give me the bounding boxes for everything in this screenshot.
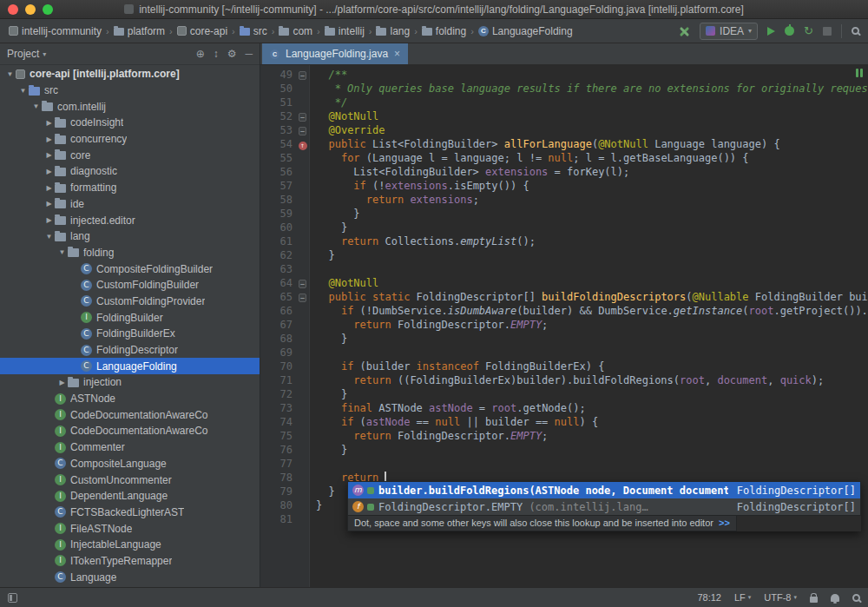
code-line-49[interactable]: 49− /** (260, 68, 868, 82)
tree-item-astnode[interactable]: IASTNode (0, 391, 260, 407)
tree-item-injection[interactable]: ▶injection (0, 374, 260, 391)
tree-item-commenter[interactable]: ICommenter (0, 439, 260, 456)
code-line-66[interactable]: 66 if (!DumbService.isDumbAware(builder)… (260, 304, 868, 318)
completion-hint-link[interactable]: >> (719, 518, 730, 528)
encoding-widget[interactable]: UTF-8 ▾ (764, 592, 797, 603)
caret-position-widget[interactable]: 78:12 (697, 592, 721, 603)
line-separator-widget[interactable]: LF ▾ (734, 592, 751, 603)
breadcrumb-languagefolding[interactable]: CLanguageFolding (477, 24, 575, 38)
tree-item-fileastnode[interactable]: IFileASTNode (0, 520, 260, 537)
rerun-icon[interactable]: ↻ (804, 25, 813, 36)
code-line-72[interactable]: 72 } (260, 387, 868, 401)
tree-item-folding[interactable]: ▼folding (0, 245, 260, 261)
completion-item-builder-buildfoldregions-astnode-node-do[interactable]: mbuilder.buildFoldRegions(ASTNode node, … (348, 482, 860, 498)
chevron-right-icon[interactable]: ▶ (43, 168, 55, 175)
fold-marker-icon[interactable]: − (296, 276, 310, 290)
breadcrumb-core-api[interactable]: core-api (175, 24, 229, 38)
tree-item-compositefoldingbuilder[interactable]: CCompositeFoldingBuilder (0, 261, 260, 277)
run-button[interactable] (767, 27, 775, 36)
close-window-icon[interactable] (8, 4, 18, 15)
code-line-63[interactable]: 63 (260, 262, 868, 276)
breadcrumb-intellij[interactable]: intellij (323, 24, 366, 38)
search-everywhere-icon[interactable] (852, 27, 859, 35)
tree-item-concurrency[interactable]: ▶concurrency (0, 131, 260, 148)
tree-item-languagefolding[interactable]: CLanguageFolding (0, 358, 260, 374)
code-line-76[interactable]: 76 } (260, 443, 868, 457)
tree-item-src[interactable]: ▼src (0, 82, 260, 99)
tree-item-codedocumentationawareco[interactable]: ICodeDocumentationAwareCo (0, 406, 260, 423)
code-line-74[interactable]: 74 if (astNode == null || builder == nul… (260, 415, 868, 429)
locate-file-icon[interactable]: ⊕ (196, 48, 205, 60)
breadcrumb-folding[interactable]: folding (420, 24, 468, 38)
notifications-bell-icon[interactable] (831, 594, 839, 602)
project-panel-title[interactable]: Project (7, 48, 39, 60)
fold-marker-icon[interactable]: − (296, 68, 310, 82)
tree-item-injectablelanguage[interactable]: IInjectableLanguage (0, 537, 260, 553)
toolwindow-toggle-icon[interactable] (8, 593, 17, 603)
code-line-62[interactable]: 62 } (260, 248, 868, 262)
breadcrumb-com[interactable]: com (277, 24, 314, 38)
tree-item-foldingbuilderex[interactable]: CFoldingBuilderEx (0, 326, 260, 342)
tree-item-itokentyperemapper[interactable]: IITokenTypeRemapper (0, 553, 260, 570)
tree-item-injected-editor[interactable]: ▶injected.editor (0, 212, 260, 228)
tree-item-com-intellij[interactable]: ▼com.intellij (0, 98, 260, 115)
tree-item-foldingbuilder[interactable]: IFoldingBuilder (0, 309, 260, 326)
tab-languagefolding-java[interactable]: C LanguageFolding.java × (262, 43, 408, 64)
chevron-down-icon[interactable]: ▼ (30, 102, 42, 110)
close-tab-icon[interactable]: × (394, 49, 400, 59)
tree-item-foldingdescriptor[interactable]: CFoldingDescriptor (0, 342, 260, 359)
code-line-64[interactable]: 64− @NotNull (260, 276, 868, 290)
code-line-73[interactable]: 73 final ASTNode astNode = root.getNode(… (260, 401, 868, 415)
collapse-all-icon[interactable]: ↕ (214, 48, 219, 60)
code-line-77[interactable]: 77 (260, 457, 868, 471)
fold-marker-icon[interactable]: − (296, 109, 310, 123)
chevron-down-icon[interactable]: ▼ (17, 87, 29, 95)
code-line-54[interactable]: 54↑ public List<FoldingBuilder> allForLa… (260, 137, 868, 151)
tree-item-codeinsight[interactable]: ▶codeInsight (0, 115, 260, 131)
code-line-56[interactable]: 56 List<FoldingBuilder> extensions = for… (260, 165, 868, 179)
minimize-window-icon[interactable] (25, 4, 36, 15)
gear-icon[interactable]: ⚙ (227, 48, 237, 60)
tree-item-lang[interactable]: ▼lang (0, 228, 260, 245)
code-line-71[interactable]: 71 return ((FoldingBuilderEx)builder).bu… (260, 373, 868, 387)
tree-item-dependentlanguage[interactable]: IDependentLanguage (0, 488, 260, 505)
chevron-right-icon[interactable]: ▶ (43, 135, 55, 143)
code-line-59[interactable]: 59 } (260, 207, 868, 221)
code-line-68[interactable]: 68 } (260, 332, 868, 346)
breadcrumb-intellij-community[interactable]: intellij-community (7, 24, 103, 38)
code-line-50[interactable]: 50 * Only queries base language results … (260, 82, 868, 96)
debug-button[interactable] (785, 26, 794, 36)
fullscreen-window-icon[interactable] (43, 4, 53, 15)
code-line-52[interactable]: 52− @NotNull (260, 109, 868, 123)
tree-item-customfoldingbuilder[interactable]: CCustomFoldingBuilder (0, 277, 260, 294)
chevron-down-icon[interactable]: ▼ (4, 70, 16, 78)
tree-item-core[interactable]: ▶core (0, 147, 260, 163)
fold-marker-icon[interactable]: − (296, 290, 310, 304)
breadcrumb-src[interactable]: src (238, 24, 269, 38)
tree-item-customuncommenter[interactable]: ICustomUncommenter (0, 472, 260, 488)
chevron-down-icon[interactable]: ▼ (43, 233, 55, 241)
code-line-60[interactable]: 60 } (260, 221, 868, 234)
breadcrumb-platform[interactable]: platform (112, 24, 167, 38)
code-line-53[interactable]: 53− @Override (260, 123, 868, 137)
override-gutter-icon[interactable]: ↑ (296, 137, 310, 151)
tree-item-fctsbackedlighterast[interactable]: CFCTSBackedLighterAST (0, 505, 260, 521)
code-line-57[interactable]: 57 if (!extensions.isEmpty()) { (260, 179, 868, 193)
tree-item-customfoldingprovider[interactable]: CCustomFoldingProvider (0, 294, 260, 310)
code-line-51[interactable]: 51 */ (260, 96, 868, 109)
inspection-indicator-icon[interactable] (856, 69, 863, 77)
tree-item-compositelanguage[interactable]: CCompositeLanguage (0, 456, 260, 472)
build-tools-icon[interactable] (678, 25, 690, 37)
chevron-down-icon[interactable]: ▼ (56, 248, 68, 256)
chevron-right-icon[interactable]: ▶ (43, 216, 55, 224)
tree-item-core-api-intellij-platform-core[interactable]: ▼core-api [intellij.platform.core] (0, 66, 260, 82)
chevron-down-icon[interactable]: ▾ (43, 50, 46, 58)
completion-item-foldingdescriptor-empty[interactable]: fFoldingDescriptor.EMPTY (com.intellij.l… (348, 498, 860, 515)
code-line-67[interactable]: 67 return FoldingDescriptor.EMPTY; (260, 318, 868, 332)
fold-marker-icon[interactable]: − (296, 123, 310, 137)
code-line-70[interactable]: 70 if (builder instanceof FoldingBuilder… (260, 360, 868, 373)
tree-item-language[interactable]: CLanguage (0, 569, 260, 585)
chevron-right-icon[interactable]: ▶ (56, 379, 68, 386)
code-line-55[interactable]: 55 for (Language l = language; l != null… (260, 151, 868, 165)
hide-panel-icon[interactable]: ─ (245, 48, 253, 60)
